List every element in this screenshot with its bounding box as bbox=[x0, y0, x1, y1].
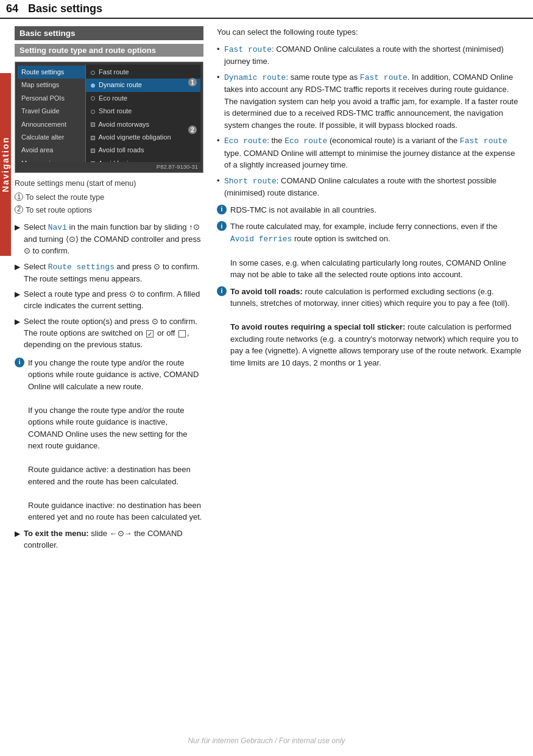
checkbox-on bbox=[146, 330, 154, 337]
screen-menu-item: Travel Guide bbox=[18, 105, 85, 118]
info-text-main: If you change the route type and/or the … bbox=[28, 357, 203, 523]
screen-menu-item: Map version bbox=[18, 157, 85, 162]
screen-right-item: Eco route bbox=[86, 92, 200, 105]
info-icon-toll: i bbox=[217, 286, 227, 296]
screen-menu-item: Avoid area bbox=[18, 144, 85, 157]
step-text-1: Select Navi in the main function bar by … bbox=[24, 222, 203, 257]
sub-heading: Setting route type and route options bbox=[15, 44, 203, 57]
step-arrow: ▶ bbox=[15, 289, 20, 300]
screenshot-box: Route settings Map settings Personal POI… bbox=[15, 62, 203, 173]
page-footer: Nur für internen Gebrauch / For internal… bbox=[0, 737, 533, 745]
info-box-ferry: i The route calculated may, for example,… bbox=[217, 221, 522, 281]
screen-right-item: Fast route bbox=[86, 66, 200, 79]
route-type-dynamic: Dynamic route: same route type as Fast r… bbox=[217, 71, 522, 132]
screen-menu-item: Route settings bbox=[18, 66, 85, 79]
checkbox-off bbox=[178, 330, 186, 337]
route-types-list: Fast route: COMAND Online calculates a r… bbox=[217, 43, 522, 199]
route-type-short: Short route: COMAND Online calculates a … bbox=[217, 175, 522, 199]
info-text-toll: To avoid toll roads: route calculation i… bbox=[230, 286, 522, 369]
fast-route-ref: Fast route bbox=[360, 73, 408, 82]
step-arrow: ▶ bbox=[15, 317, 20, 327]
nav-sidebar-label: Navigation bbox=[1, 136, 10, 193]
screenshot-inner: Route settings Map settings Personal POI… bbox=[18, 65, 200, 162]
screen-right-item: Avoid vignette obligation bbox=[86, 131, 200, 144]
avoid-ferries-ref: Avoid ferries bbox=[230, 235, 292, 244]
info-box-rds: i RDS-TMC is not available in all countr… bbox=[217, 204, 522, 216]
step-item-4: ▶ Select the route option(s) and press ⊙… bbox=[15, 316, 203, 351]
caption-item-1: 1 To select the route type bbox=[15, 192, 203, 203]
caption-text-2: To set route options bbox=[26, 205, 92, 216]
screen-ref: P82.87-9130-31 bbox=[18, 162, 200, 170]
screen-menu-item: Map settings bbox=[18, 79, 85, 91]
fast-route-ref2: Fast route bbox=[460, 136, 507, 146]
step-item-3: ▶ Select a route type and press ⊙ to con… bbox=[15, 289, 203, 312]
short-route-label: Short route bbox=[224, 177, 277, 186]
screen-right-menu: Fast route Dynamic route Eco route Short… bbox=[86, 65, 200, 162]
screen-left-menu: Route settings Map settings Personal POI… bbox=[18, 65, 86, 162]
screen-menu-item: Calculate alter bbox=[18, 131, 85, 144]
caption: Route settings menu (start of menu) 1 To… bbox=[15, 178, 203, 216]
badge-1: 1 bbox=[188, 78, 197, 87]
info-icon-ferry: i bbox=[217, 221, 227, 231]
right-column: You can select the following route types… bbox=[217, 26, 522, 555]
info-icon: i bbox=[15, 358, 24, 367]
dynamic-route-label: Dynamic route bbox=[224, 73, 286, 82]
left-column: Basic settings Setting route type and ro… bbox=[15, 26, 203, 555]
step-item-1: ▶ Select Navi in the main function bar b… bbox=[15, 222, 203, 257]
eco-route-label: Eco route bbox=[224, 136, 267, 146]
main-content: Basic settings Setting route type and ro… bbox=[0, 19, 533, 562]
exit-step: ▶ To exit the menu: slide ←⊙→ the COMAND… bbox=[15, 528, 203, 551]
right-col-intro: You can select the following route types… bbox=[217, 26, 522, 38]
caption-item-2: 2 To set route options bbox=[15, 205, 203, 216]
step-text-3: Select a route type and press ⊙ to confi… bbox=[24, 289, 203, 312]
steps-list: ▶ Select Navi in the main function bar b… bbox=[15, 222, 203, 350]
section-heading: Basic settings bbox=[15, 26, 203, 40]
page-title: Basic settings bbox=[28, 2, 102, 15]
caption-num-1: 1 bbox=[15, 193, 23, 201]
step-item-2: ▶ Select Route settings and press ⊙ to c… bbox=[15, 261, 203, 285]
caption-text-1: To select the route type bbox=[26, 192, 104, 203]
step-arrow: ▶ bbox=[15, 262, 20, 272]
info-icon-rds: i bbox=[217, 205, 227, 214]
screen-menu-item: Announcement bbox=[18, 118, 85, 131]
step-arrow: ▶ bbox=[15, 529, 20, 539]
info-box-main: i If you change the route type and/or th… bbox=[15, 357, 203, 523]
screen-menu-item: Personal POIs bbox=[18, 92, 85, 105]
step-text-2: Select Route settings and press ⊙ to con… bbox=[24, 261, 203, 285]
screen-right-item: Avoid ferries bbox=[86, 157, 200, 162]
screen-right-item: Short route bbox=[86, 105, 200, 118]
screen-right-item: Avoid motorways bbox=[86, 118, 200, 131]
screen-right-item: Avoid toll roads bbox=[86, 144, 200, 157]
nav-sidebar: Navigation bbox=[0, 73, 11, 256]
page-number: 64 bbox=[6, 2, 18, 15]
info-text-rds: RDS-TMC is not available in all countrie… bbox=[230, 204, 376, 216]
fast-route-label: Fast route bbox=[224, 45, 272, 54]
caption-num-2: 2 bbox=[15, 205, 23, 214]
exit-step-text: To exit the menu: slide ←⊙→ the COMAND c… bbox=[24, 528, 203, 551]
step-arrow: ▶ bbox=[15, 222, 20, 233]
caption-title: Route settings menu (start of menu) bbox=[15, 178, 203, 189]
info-box-toll: i To avoid toll roads: route calculation… bbox=[217, 286, 522, 369]
screen-right-item: Dynamic route bbox=[86, 79, 200, 91]
route-type-eco: Eco route: the Eco route (economical rou… bbox=[217, 135, 522, 171]
page-header: 64 Basic settings bbox=[0, 0, 533, 19]
info-text-ferry: The route calculated may, for example, i… bbox=[230, 221, 522, 281]
eco-route-ref: Eco route bbox=[284, 136, 327, 146]
route-type-fast: Fast route: COMAND Online calculates a r… bbox=[217, 43, 522, 68]
step-text-4: Select the route option(s) and press ⊙ t… bbox=[24, 316, 203, 351]
badge-2: 2 bbox=[188, 125, 197, 134]
